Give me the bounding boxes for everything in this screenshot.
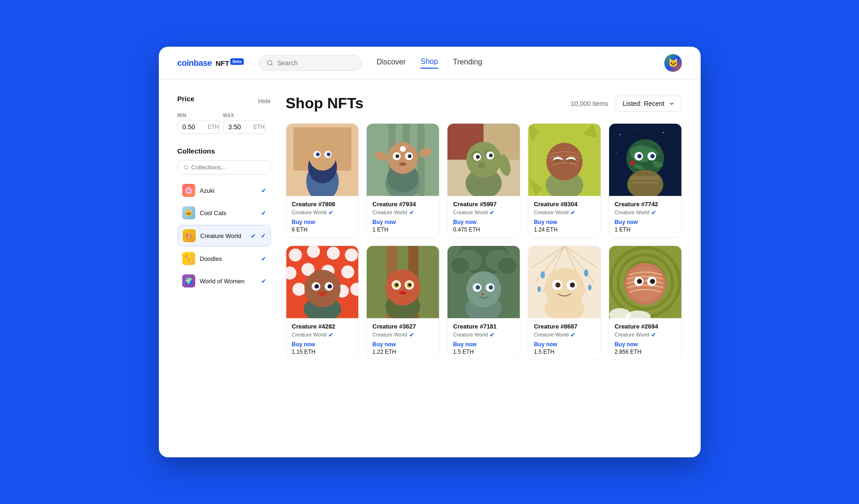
avatar[interactable]: 🐱 — [664, 54, 682, 72]
nft-buy-7742[interactable]: Buy now — [615, 219, 676, 225]
svg-point-42 — [489, 154, 493, 157]
svg-point-138 — [637, 279, 642, 284]
grid-area: Shop NFTs 10,000 items Listed: Recent — [286, 95, 682, 360]
nft-buy-8687[interactable]: Buy now — [534, 341, 595, 348]
nft-image-2694 — [609, 246, 682, 318]
max-price-field[interactable]: ETH — [223, 120, 265, 134]
nft-card-7742[interactable]: Creature #7742 Creature World ✔ Buy now … — [609, 123, 682, 238]
nav-trending[interactable]: Trending — [453, 58, 483, 68]
nft-collection-8304: Creature World ✔ — [534, 209, 595, 216]
nft-price-2694: 2.856 ETH — [615, 349, 676, 355]
nft-card-5997[interactable]: Creature #5997 Creature World ✔ Buy now … — [447, 123, 520, 238]
creature-check-icon: ✓ — [261, 232, 266, 239]
nav-shop[interactable]: Shop — [420, 57, 438, 69]
nft-info-8687: Creature #8687 Creature World ✔ Buy now … — [528, 318, 601, 360]
svg-point-96 — [408, 283, 411, 286]
sort-dropdown[interactable]: Listed: Recent — [616, 96, 682, 112]
svg-point-24 — [396, 154, 399, 158]
collection-verified: ✔ — [409, 331, 414, 338]
collection-verified: ✔ — [490, 331, 495, 338]
nft-info-5997: Creature #5997 Creature World ✔ Buy now … — [447, 196, 520, 238]
nft-buy-3627[interactable]: Buy now — [372, 341, 433, 348]
collection-doodles[interactable]: ✏️ Doodles ✔ — [177, 248, 271, 269]
min-price-field[interactable]: ETH — [177, 120, 220, 134]
svg-point-103 — [498, 258, 516, 273]
grid-header: Shop NFTs 10,000 items Listed: Recent — [286, 95, 682, 112]
nft-image-7934 — [367, 124, 439, 196]
grid-controls: 10,000 items Listed: Recent — [571, 96, 682, 112]
svg-point-52 — [619, 134, 620, 135]
nft-collection-8687: Creature World ✔ — [534, 331, 595, 338]
collection-creature[interactable]: 🎨 Creature World ✔ ✓ — [177, 225, 271, 246]
nft-price-3627: 1.22 ETH — [372, 349, 433, 355]
doodles-verified-icon: ✔ — [261, 255, 266, 262]
svg-point-126 — [555, 282, 561, 287]
nft-buy-4282[interactable]: Buy now — [292, 341, 353, 348]
nft-buy-7806[interactable]: Buy now — [292, 219, 353, 225]
min-label: MIN — [177, 113, 220, 118]
nft-card-2694[interactable]: Creature #2694 Creature World ✔ Buy now … — [609, 245, 682, 360]
nft-buy-5997[interactable]: Buy now — [453, 219, 514, 225]
svg-point-75 — [341, 266, 354, 279]
collections-search-input[interactable] — [191, 164, 264, 171]
svg-point-8 — [308, 142, 336, 171]
nft-image-8304 — [528, 124, 601, 196]
svg-point-11 — [316, 153, 319, 156]
svg-point-26 — [400, 146, 406, 152]
collection-wow[interactable]: 🌍 World of Women ✔ — [177, 271, 271, 291]
page-title: Shop NFTs — [286, 95, 364, 112]
nft-name-7934: Creature #7934 — [372, 201, 433, 208]
nft-buy-2694[interactable]: Buy now — [615, 341, 676, 348]
nft-price-5997: 0.475 ETH — [453, 226, 514, 233]
svg-point-68 — [289, 248, 302, 261]
svg-point-120 — [537, 286, 541, 292]
nft-card-7806[interactable]: Creature #7806 Creature World ✔ Buy now … — [286, 123, 359, 238]
nft-price-8304: 1.24 ETH — [534, 226, 595, 233]
nft-card-7181[interactable]: ♥ Creature #7181 Creature World ✔ Buy no… — [447, 245, 520, 360]
nft-card-4282[interactable]: Creature #4282 Creature World ✔ Buy now … — [286, 245, 359, 360]
nft-info-7742: Creature #7742 Creature World ✔ Buy now … — [609, 196, 682, 238]
svg-point-83 — [314, 284, 319, 288]
nft-card-8687[interactable]: Creature #8687 Creature World ✔ Buy now … — [528, 245, 601, 360]
svg-line-1 — [271, 64, 273, 66]
coolcats-name: Cool Cats — [200, 210, 256, 217]
nav-discover[interactable]: Discover — [376, 58, 405, 68]
min-price-input[interactable] — [183, 123, 206, 131]
svg-line-3 — [187, 168, 188, 169]
nft-price-7934: 1 ETH — [372, 226, 433, 233]
search-bar[interactable] — [259, 55, 362, 71]
collections-search-bar[interactable] — [177, 160, 271, 175]
doodles-thumb: ✏️ — [182, 252, 195, 265]
max-eth-label: ETH — [254, 124, 265, 130]
search-input[interactable] — [277, 59, 354, 67]
collection-coolcats[interactable]: 🐱 Cool Cats ✔ — [177, 203, 271, 223]
collection-azuki[interactable]: 🌸 Azuki ✔ — [177, 180, 271, 201]
nft-card-7934[interactable]: Creature #7934 Creature World ✔ Buy now … — [366, 123, 440, 238]
collections-label: Collections — [177, 147, 215, 155]
nft-name-8687: Creature #8687 — [534, 323, 595, 330]
nft-buy-7934[interactable]: Buy now — [372, 219, 433, 225]
svg-point-56 — [616, 152, 617, 153]
nft-buy-7181[interactable]: Buy now — [453, 341, 514, 348]
collection-verified: ✔ — [570, 209, 575, 216]
svg-point-62 — [630, 160, 635, 165]
svg-point-84 — [327, 284, 332, 288]
nft-card-3627[interactable]: Creature #3627 Creature World ✔ Buy now … — [366, 245, 440, 360]
svg-point-2 — [184, 165, 187, 168]
max-price-input[interactable] — [228, 123, 252, 131]
min-price-group: MIN ETH — [177, 113, 220, 134]
svg-point-46 — [547, 143, 582, 180]
nft-name-5997: Creature #5997 — [453, 201, 514, 208]
svg-point-55 — [674, 145, 674, 146]
nft-grid-row1: Creature #7806 Creature World ✔ Buy now … — [286, 123, 682, 238]
nft-info-2694: Creature #2694 Creature World ✔ Buy now … — [609, 318, 682, 360]
nft-info-8304: Creature #8304 Creature World ✔ Buy now … — [528, 196, 601, 238]
nft-card-8304[interactable]: Creature #8304 Creature World ✔ Buy now … — [528, 123, 601, 238]
price-label: Price — [177, 95, 195, 103]
svg-point-41 — [476, 155, 480, 159]
hide-button[interactable]: Hide — [258, 98, 271, 105]
nft-buy-8304[interactable]: Buy now — [534, 219, 595, 225]
collection-verified: ✔ — [570, 331, 575, 338]
svg-point-121 — [588, 285, 592, 290]
nft-collection-3627: Creature World ✔ — [372, 331, 433, 338]
